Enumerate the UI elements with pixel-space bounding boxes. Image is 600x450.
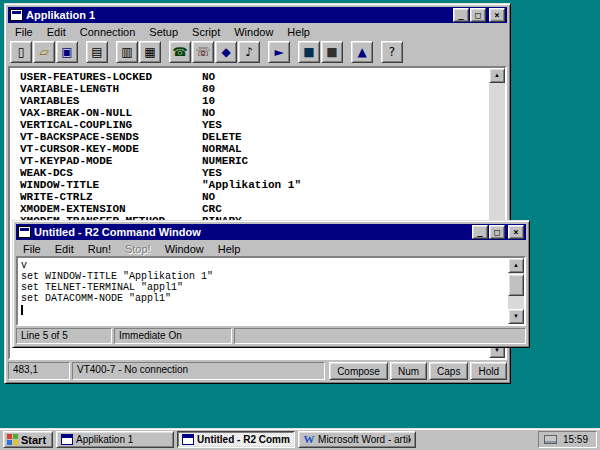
menu-item[interactable]: Script xyxy=(185,25,227,39)
setting-value: "Applikation 1" xyxy=(202,179,301,191)
context-help-button[interactable]: ? xyxy=(381,41,403,63)
scroll-up-icon[interactable]: ▲ xyxy=(508,258,524,273)
disconnect-button[interactable]: ☏ xyxy=(192,41,214,63)
start-button[interactable]: Start xyxy=(3,431,53,448)
command-window-titlebar[interactable]: Untitled - R2 Command Window _ □ × xyxy=(16,224,526,240)
minimize-button[interactable]: _ xyxy=(453,8,469,22)
setting-name: VAX-BREAK-ON-NULL xyxy=(20,107,202,119)
setting-name: XMODEM-EXTENSION xyxy=(20,203,202,215)
close-button[interactable]: × xyxy=(508,225,524,239)
setting-row: VARIABLES 10 xyxy=(20,95,489,107)
setting-row: USER-FEATURES-LOCKED NO xyxy=(20,71,489,83)
taskbar-task-button[interactable]: W Microsoft Word - artikel1.doc xyxy=(298,431,416,448)
close-button[interactable]: × xyxy=(489,8,505,22)
command-window: Untitled - R2 Command Window _ □ × File … xyxy=(12,220,530,348)
text-cursor xyxy=(21,305,23,315)
sound-button[interactable]: ♪ xyxy=(238,41,260,63)
setting-name: VT-CURSOR-KEY-MODE xyxy=(20,143,202,155)
status-key-buttons: Compose Num Caps Hold xyxy=(327,362,507,380)
setting-name: VARIABLE-LENGTH xyxy=(20,83,202,95)
toolbar-button-icon: ♪ xyxy=(245,45,253,59)
main-window-titlebar[interactable]: Applikation 1 _ □ × xyxy=(8,7,507,23)
dial-settings-button[interactable]: ◆ xyxy=(215,41,237,63)
command-menubar: File Edit Run! Stop! Window Help xyxy=(16,240,526,256)
task-label: Untitled - R2 Comman... xyxy=(197,434,290,445)
desktop: { "colors": { "desktop": "#008080", "tit… xyxy=(0,0,600,450)
setting-row: WRITE-CTRLZ NO xyxy=(20,191,489,203)
command-text-editor[interactable]: v set WINDOW-TITLE "Applikation 1" set T… xyxy=(18,258,508,324)
setting-value: NORMAL xyxy=(202,143,242,155)
scroll-up-icon[interactable]: ▲ xyxy=(489,68,505,83)
start-label: Start xyxy=(21,434,46,446)
toolbar-button-icon: ▤ xyxy=(91,45,102,59)
setting-name: VERTICAL-COUPLING xyxy=(20,119,202,131)
setting-name: WEAK-DCS xyxy=(20,167,202,179)
setting-row: VT-KEYPAD-MODE NUMERIC xyxy=(20,155,489,167)
tray-status-icon[interactable] xyxy=(544,435,557,444)
setting-value: CRC xyxy=(202,203,222,215)
setting-row: VT-BACKSPACE-SENDS DELETE xyxy=(20,131,489,143)
application-window-icon xyxy=(10,9,23,21)
main-toolbar: ▯ ▱ ▣ ▤ ▥ ▦ ☎ ☏ ◆ ♪ ► ■ ■ ▲ ? xyxy=(8,39,507,66)
menu-item[interactable]: Stop! xyxy=(118,242,158,256)
taskbar-task-button[interactable]: Applikation 1 xyxy=(56,431,174,448)
cursor-position: 483,1 xyxy=(8,362,70,380)
menu-item[interactable]: Connection xyxy=(73,25,143,39)
minimize-button[interactable]: _ xyxy=(472,225,488,239)
vertical-scrollbar[interactable]: ▲ ▼ xyxy=(508,258,524,324)
menu-item[interactable]: Help xyxy=(211,242,248,256)
scroll-down-icon[interactable]: ▼ xyxy=(508,309,524,324)
setting-value: YES xyxy=(202,167,222,179)
maximize-button[interactable]: □ xyxy=(470,8,486,22)
connection-status: VT400-7 - No connection xyxy=(72,362,325,380)
status-key-button[interactable]: Num xyxy=(390,362,427,380)
menu-item[interactable]: Window xyxy=(158,242,211,256)
save-file-button[interactable]: ▣ xyxy=(56,41,78,63)
paste-button[interactable]: ▦ xyxy=(139,41,161,63)
toolbar-button-icon: ☏ xyxy=(195,45,210,59)
command-line: v xyxy=(21,260,505,271)
run-script-button[interactable]: ► xyxy=(268,41,290,63)
menu-item[interactable]: Run! xyxy=(81,242,118,256)
send-file-button[interactable]: ▲ xyxy=(351,41,373,63)
main-window-title: Applikation 1 xyxy=(26,9,450,21)
task-window-icon xyxy=(182,434,194,445)
toolbar-button-icon: ■ xyxy=(326,45,337,59)
taskbar-clock: 15:59 xyxy=(563,434,588,445)
status-key-button[interactable]: Hold xyxy=(470,362,507,380)
main-menubar: File Edit Connection Setup Script Window… xyxy=(8,23,507,39)
menu-item[interactable]: File xyxy=(8,25,40,39)
setting-row: VARIABLE-LENGTH 80 xyxy=(20,83,489,95)
new-document-button[interactable]: ▯ xyxy=(10,41,32,63)
menu-item[interactable]: File xyxy=(16,242,48,256)
toolbar-button-icon: ▯ xyxy=(18,45,25,59)
terminal-settings-button[interactable]: ■ xyxy=(321,41,343,63)
maximize-button[interactable]: □ xyxy=(489,225,505,239)
setting-row: VT-CURSOR-KEY-MODE NORMAL xyxy=(20,143,489,155)
task-window-icon xyxy=(61,434,73,445)
menu-item[interactable]: Edit xyxy=(48,242,81,256)
main-statusbar: 483,1 VT400-7 - No connection Compose Nu… xyxy=(8,360,507,380)
toolbar-button-icon: ▦ xyxy=(144,45,155,59)
menu-item[interactable]: Setup xyxy=(142,25,185,39)
setting-value: NO xyxy=(202,71,215,83)
line-indicator: Line 5 of 5 xyxy=(16,328,112,344)
status-key-button[interactable]: Compose xyxy=(329,362,388,380)
current-line xyxy=(21,304,505,315)
menu-item[interactable]: Help xyxy=(280,25,317,39)
menu-item[interactable]: Window xyxy=(227,25,280,39)
scrollbar-thumb[interactable] xyxy=(508,274,524,296)
toolbar-button-icon: ▣ xyxy=(61,45,72,59)
open-file-button[interactable]: ▱ xyxy=(33,41,55,63)
scrollbar-track[interactable] xyxy=(508,273,524,309)
print-button[interactable]: ▤ xyxy=(86,41,108,63)
toolbar-button-icon: ► xyxy=(274,45,283,59)
copy-button[interactable]: ▥ xyxy=(116,41,138,63)
toolbar-button-icon: ◆ xyxy=(221,45,230,59)
setting-row: VERTICAL-COUPLING YES xyxy=(20,119,489,131)
menu-item[interactable]: Edit xyxy=(40,25,73,39)
terminal-display-button[interactable]: ■ xyxy=(298,41,320,63)
status-key-button[interactable]: Caps xyxy=(429,362,468,380)
taskbar-task-button[interactable]: Untitled - R2 Comman... xyxy=(177,431,295,448)
connect-button[interactable]: ☎ xyxy=(169,41,191,63)
